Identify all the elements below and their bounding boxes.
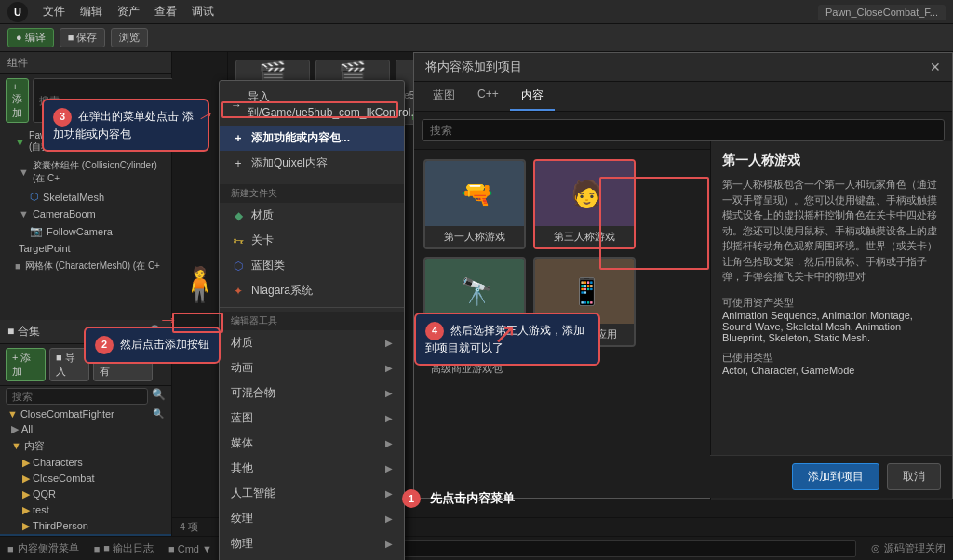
- ctx-add-feature[interactable]: + 添加功能或内容包...: [220, 126, 404, 151]
- tree-characters[interactable]: ▶ Characters: [0, 455, 171, 471]
- source-control-status[interactable]: ◎ 源码管理关闭: [871, 541, 946, 555]
- ctx-sub-anim[interactable]: 动画 ▶: [220, 355, 404, 380]
- menu-edit[interactable]: 编辑: [73, 2, 110, 21]
- third-person-label: 第三人称游戏: [535, 226, 634, 247]
- import-ctx-icon: →: [231, 98, 242, 113]
- tree-ue5hub[interactable]: ▶ ue5hub_com_IkControl: [0, 534, 171, 537]
- component-capsule[interactable]: ▼ 胶囊体组件 (CollisionCylinder) (在 C+: [0, 156, 171, 188]
- chevron-right-icon-2: ▶: [385, 388, 393, 398]
- ctx-material[interactable]: ◆ 材质: [220, 203, 404, 228]
- components-label: 组件: [7, 56, 28, 70]
- dialog-search-input[interactable]: [422, 119, 945, 141]
- ctx-add-quixel[interactable]: + 添加Quixel内容: [220, 151, 404, 176]
- chevron-right-icon-7: ▶: [385, 513, 393, 524]
- ctx-niagara[interactable]: ✦ Niagara系统: [220, 278, 404, 303]
- compile-button[interactable]: ● 编译: [7, 28, 54, 47]
- title-tab[interactable]: Pawn_CloseCombat_F...: [818, 5, 946, 20]
- ctx-editor-tools-header: 编辑器工具: [220, 312, 404, 330]
- cancel-button[interactable]: 取消: [887, 463, 941, 490]
- tab-blueprint[interactable]: 蓝图: [422, 82, 466, 111]
- tree-all[interactable]: ▶ All: [0, 421, 171, 437]
- third-person-thumb: 🧑: [535, 161, 636, 226]
- tab-cpp[interactable]: C++: [466, 82, 510, 111]
- menu-view[interactable]: 查看: [147, 2, 184, 21]
- tree-close-combat-fighter[interactable]: ▼ CloseCombatFighter 🔍: [0, 407, 171, 421]
- chevron-right-icon-0: ▶: [385, 338, 393, 348]
- circle-2: 2: [95, 336, 114, 354]
- content-browser-status-icon: ■: [7, 543, 14, 554]
- template-detail-desc: 第一人称模板包含一个第一人和玩家角色（通过一双手臂呈现）。您可以使用键盘、手柄或…: [722, 177, 941, 285]
- tree-qqr[interactable]: ▶ QQR: [0, 487, 171, 502]
- content-tree: + 添加 ■ 导入 ■ 保存所有 ⊞ 🔍 ▼ CloseCombatFighte…: [0, 344, 171, 537]
- tree-test[interactable]: ▶ test: [0, 502, 171, 518]
- tab-content[interactable]: 内容: [510, 82, 555, 111]
- top-menubar: U 文件 编辑 资产 查看 调试 Pawn_CloseCombat_F...: [0, 0, 953, 24]
- search-tree-icon[interactable]: 🔍: [153, 408, 164, 419]
- component-skeletal[interactable]: ⬡ SkeletalMesh: [0, 188, 171, 206]
- save-button[interactable]: ■ 保存: [60, 28, 106, 47]
- already-used-type-label: 已使用类型: [722, 351, 941, 365]
- components-list: ▼ Pawn_CloseCombat_Fighter_Player (自我 ▼ …: [0, 127, 171, 320]
- ctx-sub-other[interactable]: 其他 ▶: [220, 456, 404, 481]
- ctx-section-3: 编辑器工具 材质 ▶ 动画 ▶ 可混合物 ▶ 蓝图 ▶ 媒: [220, 308, 404, 560]
- content-browser-status[interactable]: ■ 内容侧滑菜单: [7, 541, 79, 555]
- ctx-import[interactable]: → 导入到/Game/ue5hub_com_IkControl...: [220, 85, 404, 126]
- ctx-new-folder-header: 新建文件夹: [220, 184, 404, 203]
- ctx-key[interactable]: 🗝 关卡: [220, 228, 404, 253]
- browse-button[interactable]: 浏览: [111, 28, 148, 47]
- menu-file[interactable]: 文件: [35, 2, 73, 21]
- blueprint-ctx-icon: ⬡: [231, 259, 246, 273]
- tree-close-combat[interactable]: ▶ CloseCombat: [0, 471, 171, 487]
- dialog-close-button[interactable]: ✕: [930, 60, 941, 74]
- ctx-blueprint[interactable]: ⬡ 蓝图类: [220, 253, 404, 278]
- status-bar: ■ 内容侧滑菜单 ■ ■ 输出日志 ■ Cmd ▼ ◎ 源码管理关闭: [0, 536, 953, 560]
- tooltip-3-text: 在弹出的菜单处点击 添加功能或内容包: [53, 110, 194, 140]
- add-content-button[interactable]: + 添加: [6, 348, 46, 381]
- add-to-project-button[interactable]: 添加到项目: [792, 463, 879, 490]
- ctx-sub-audio[interactable]: 音效 ▶: [220, 556, 404, 560]
- tree-third-person[interactable]: ▶ ThirdPerson: [0, 518, 171, 534]
- tree-content[interactable]: ▼ 内容: [0, 437, 171, 455]
- content-search-row: 🔍: [0, 386, 171, 407]
- component-camera-boom[interactable]: ▼ CameraBoom: [0, 206, 171, 222]
- character-model-icon: 🧍: [179, 265, 221, 304]
- top-right: Pawn_CloseCombat_F...: [818, 5, 946, 20]
- template-first-person[interactable]: 🔫 第一人称游戏: [423, 159, 526, 249]
- component-follow-camera[interactable]: 📷 FollowCamera: [0, 222, 171, 240]
- context-menu: → 导入到/Game/ue5hub_com_IkControl... + 添加功…: [219, 80, 405, 560]
- template-detail-title: 第一人称游戏: [722, 153, 941, 169]
- template-third-person[interactable]: 🧑 第三人称游戏: [533, 159, 636, 249]
- bottom-annotation-text: 先点击内容菜单: [430, 490, 515, 507]
- output-log-status[interactable]: ■ ■ 输出日志: [94, 541, 154, 555]
- components-header: 组件: [0, 52, 171, 74]
- collections-label: ■ 合集: [7, 324, 40, 340]
- menu-debug[interactable]: 调试: [184, 2, 221, 21]
- menu-asset[interactable]: 资产: [110, 2, 147, 21]
- tooltip-2-text: 然后点击添加按钮: [120, 338, 209, 351]
- dialog-title: 将内容添加到项目: [425, 59, 522, 75]
- add-content-dialog: 将内容添加到项目 ✕ 蓝图 C++ 内容 🔫 第一人称游戏 🧑 第三人称游戏: [413, 52, 953, 499]
- cmd-status[interactable]: ■ Cmd ▼: [168, 543, 212, 554]
- ctx-sub-media[interactable]: 媒体 ▶: [220, 431, 404, 456]
- ctx-sub-blendable[interactable]: 可混合物 ▶: [220, 380, 404, 406]
- component-target-point[interactable]: TargetPoint: [0, 240, 171, 257]
- already-used-label: 已使用类型 Actor, Character, GameMode: [722, 351, 941, 376]
- ctx-sub-blueprint[interactable]: 蓝图 ▶: [220, 406, 404, 431]
- ctx-sub-ai[interactable]: 人工智能 ▶: [220, 481, 404, 506]
- ctx-sub-physics[interactable]: 物理 ▶: [220, 531, 404, 556]
- bottom-annotation: 1 先点击内容菜单: [402, 489, 515, 508]
- chevron-right-icon-5: ▶: [385, 463, 393, 473]
- circle-3: 3: [53, 108, 72, 127]
- component-character-mesh[interactable]: ■ 网格体 (CharacterMesh0) (在 C+: [0, 257, 171, 275]
- tooltip-3: 3 在弹出的菜单处点击 添加功能或内容包: [42, 99, 209, 152]
- output-log-icon: ■: [94, 543, 101, 554]
- output-log-label: ■ 输出日志: [103, 541, 154, 555]
- search-icon[interactable]: 🔍: [152, 388, 166, 405]
- chevron-right-icon-8: ▶: [385, 539, 393, 549]
- ctx-sub-material[interactable]: 材质 ▶: [220, 330, 404, 355]
- used-types-value: Actor, Character, GameMode: [722, 365, 854, 376]
- ctx-sub-texture[interactable]: 纹理 ▶: [220, 506, 404, 531]
- content-search[interactable]: [6, 388, 148, 405]
- add-component-button[interactable]: + 添加: [6, 78, 29, 123]
- dialog-tabs: 蓝图 C++ 内容: [414, 82, 952, 112]
